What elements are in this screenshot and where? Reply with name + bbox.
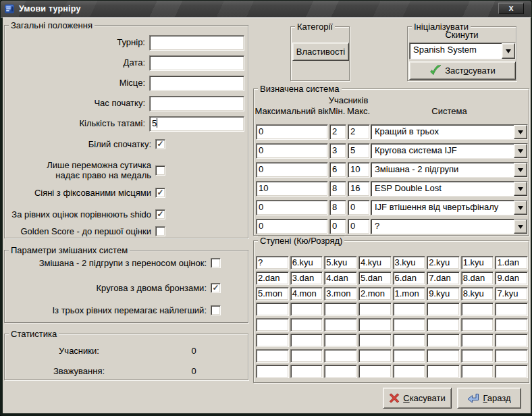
grade-cell[interactable]: 4.dan bbox=[324, 271, 357, 285]
grade-cell[interactable] bbox=[256, 365, 289, 378]
grade-cell[interactable] bbox=[461, 303, 494, 316]
title-bar[interactable]: Умови турніру x bbox=[1, 1, 531, 18]
max-age-input[interactable]: 0 bbox=[256, 162, 328, 178]
grade-cell[interactable]: ? bbox=[256, 256, 289, 269]
text-input[interactable] bbox=[149, 35, 244, 51]
checkbox[interactable] bbox=[155, 165, 165, 176]
grade-cell[interactable]: 2.kyu bbox=[427, 256, 460, 269]
close-button[interactable]: x bbox=[498, 3, 524, 14]
grade-cell[interactable]: 9.kyu bbox=[427, 287, 460, 301]
grade-cell[interactable] bbox=[256, 318, 289, 332]
grade-cell[interactable]: 6.kyu bbox=[290, 256, 323, 269]
min-participants-input[interactable]: 3 bbox=[329, 143, 346, 159]
grade-cell[interactable] bbox=[461, 365, 494, 378]
text-input[interactable]: 5 bbox=[149, 116, 244, 132]
grade-cell[interactable] bbox=[256, 303, 289, 316]
max-age-input[interactable]: 0 bbox=[256, 219, 328, 234]
grade-cell[interactable]: 1.mon bbox=[393, 287, 426, 301]
grade-cell[interactable]: 5.dan bbox=[358, 271, 392, 285]
text-input[interactable] bbox=[149, 76, 244, 91]
max-participants-input[interactable]: 0 bbox=[348, 219, 370, 234]
grade-cell[interactable] bbox=[358, 334, 392, 347]
max-age-input[interactable]: 10 bbox=[256, 181, 328, 197]
min-participants-input[interactable]: 8 bbox=[329, 200, 346, 215]
max-participants-input[interactable]: 16 bbox=[348, 181, 370, 197]
grade-cell[interactable] bbox=[256, 334, 289, 347]
grade-cell[interactable] bbox=[393, 334, 426, 347]
max-participants-input[interactable]: 5 bbox=[348, 143, 370, 159]
grade-cell[interactable]: 4.kyu bbox=[358, 256, 392, 269]
grade-cell[interactable] bbox=[324, 365, 357, 378]
combo-arrow-button[interactable] bbox=[514, 163, 527, 177]
checkbox[interactable]: ✓ bbox=[155, 188, 165, 198]
grade-cell[interactable] bbox=[495, 349, 528, 363]
combo-arrow-button[interactable] bbox=[514, 182, 527, 196]
grade-cell[interactable] bbox=[461, 318, 494, 332]
grade-cell[interactable]: 1.dan bbox=[495, 256, 528, 269]
grade-cell[interactable]: 3.dan bbox=[290, 271, 323, 285]
grade-cell[interactable]: 2.mon bbox=[358, 287, 392, 301]
grade-cell[interactable] bbox=[393, 365, 426, 378]
grade-cell[interactable] bbox=[324, 334, 357, 347]
checkbox[interactable] bbox=[211, 305, 221, 315]
init-system-select[interactable]: Spanish System bbox=[409, 43, 516, 59]
checkbox[interactable]: ✓ bbox=[211, 283, 221, 293]
system-select[interactable]: ESP Double Lost bbox=[371, 181, 528, 197]
min-participants-input[interactable]: 8 bbox=[329, 181, 346, 197]
grade-cell[interactable] bbox=[427, 334, 460, 347]
grade-cell[interactable] bbox=[358, 349, 392, 363]
cancel-button[interactable]: Скасувати bbox=[383, 388, 452, 409]
grade-cell[interactable]: 7.kyu bbox=[495, 287, 528, 301]
grade-cell[interactable] bbox=[393, 303, 426, 316]
grade-cell[interactable]: 3.kyu bbox=[393, 256, 426, 269]
grade-cell[interactable] bbox=[427, 349, 460, 363]
ok-button[interactable]: Гаразд bbox=[457, 388, 521, 409]
grade-cell[interactable]: 2.dan bbox=[256, 271, 289, 285]
grade-cell[interactable] bbox=[427, 303, 460, 316]
grade-cell[interactable] bbox=[290, 334, 323, 347]
system-select[interactable]: Кращий в трьох bbox=[371, 124, 528, 140]
grade-cell[interactable]: 7.dan bbox=[427, 271, 460, 285]
grade-cell[interactable] bbox=[324, 318, 357, 332]
max-age-input[interactable]: 0 bbox=[256, 200, 328, 215]
grade-cell[interactable] bbox=[324, 349, 357, 363]
grade-cell[interactable] bbox=[461, 349, 494, 363]
min-participants-input[interactable]: 0 bbox=[329, 219, 346, 234]
grade-cell[interactable] bbox=[495, 334, 528, 347]
grade-cell[interactable] bbox=[427, 365, 460, 378]
grade-cell[interactable]: 3.mon bbox=[324, 287, 357, 301]
system-select[interactable]: ? bbox=[371, 219, 528, 234]
combo-arrow-button[interactable] bbox=[514, 125, 527, 139]
max-age-input[interactable]: 0 bbox=[256, 124, 328, 140]
combo-arrow-button[interactable] bbox=[514, 201, 527, 215]
combo-arrow-button[interactable] bbox=[514, 219, 527, 234]
combo-arrow-button[interactable] bbox=[514, 144, 527, 158]
grade-cell[interactable] bbox=[427, 318, 460, 332]
grade-cell[interactable] bbox=[256, 349, 289, 363]
checkbox[interactable] bbox=[155, 226, 165, 236]
min-participants-input[interactable]: 2 bbox=[329, 124, 346, 140]
properties-button[interactable]: Властивості bbox=[292, 43, 349, 61]
grade-cell[interactable] bbox=[358, 318, 392, 332]
system-select[interactable]: Кругова система IJF bbox=[371, 143, 528, 159]
max-age-input[interactable]: 0 bbox=[256, 143, 328, 159]
grade-cell[interactable]: 5.kyu bbox=[324, 256, 357, 269]
grade-cell[interactable] bbox=[324, 303, 357, 316]
grade-cell[interactable] bbox=[461, 334, 494, 347]
grade-cell[interactable]: 4.mon bbox=[290, 287, 323, 301]
max-participants-input[interactable]: 10 bbox=[348, 162, 370, 178]
system-select[interactable]: Змішана - 2 підгрупи bbox=[371, 162, 528, 178]
max-participants-input[interactable]: 0 bbox=[348, 200, 370, 215]
grade-cell[interactable] bbox=[290, 318, 323, 332]
max-participants-input[interactable]: 2 bbox=[348, 124, 370, 140]
checkbox[interactable] bbox=[211, 258, 221, 268]
text-input[interactable] bbox=[149, 96, 244, 111]
grade-cell[interactable] bbox=[358, 303, 392, 316]
checkbox[interactable]: ✓ bbox=[155, 139, 165, 149]
text-input[interactable] bbox=[149, 55, 244, 71]
grade-cell[interactable]: 8.kyu bbox=[461, 287, 494, 301]
grade-cell[interactable] bbox=[290, 349, 323, 363]
grade-cell[interactable] bbox=[495, 365, 528, 378]
grade-cell[interactable] bbox=[290, 303, 323, 316]
checkbox[interactable]: ✓ bbox=[155, 209, 165, 219]
